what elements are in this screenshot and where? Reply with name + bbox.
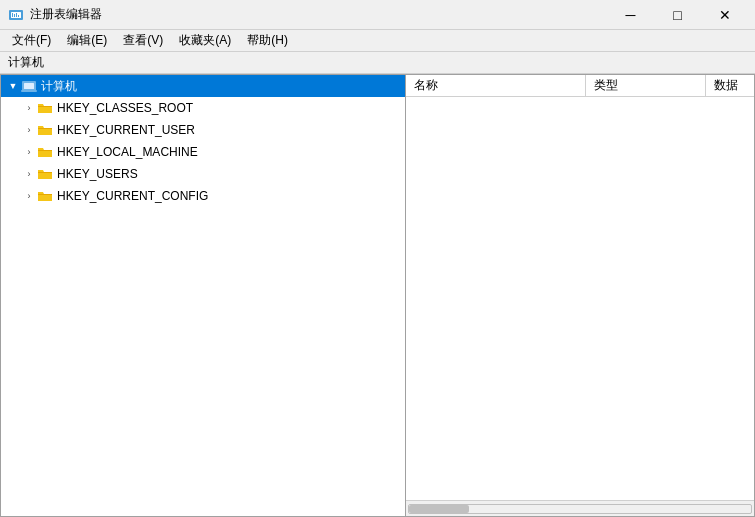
right-panel: 名称 类型 数据 — [406, 75, 754, 516]
minimize-button[interactable]: ─ — [608, 0, 653, 30]
col-header-type: 类型 — [586, 75, 706, 96]
scrollbar-thumb[interactable] — [409, 505, 469, 513]
tree-label-classes-root: HKEY_CLASSES_ROOT — [57, 101, 193, 115]
folder-local-machine-icon — [37, 145, 53, 159]
menu-help[interactable]: 帮助(H) — [239, 30, 296, 51]
folder-current-user-icon — [37, 123, 53, 137]
title-bar-left: 注册表编辑器 — [8, 6, 102, 23]
right-panel-header: 名称 类型 数据 — [406, 75, 754, 97]
main-content: ▼ 计算机 › HKEY_CLASSES_ROOT — [0, 74, 755, 517]
svg-rect-11 — [38, 151, 52, 157]
menu-edit[interactable]: 编辑(E) — [59, 30, 115, 51]
close-button[interactable]: ✕ — [702, 0, 747, 30]
folder-classes-root-icon — [37, 101, 53, 115]
expand-computer-icon: ▼ — [5, 78, 21, 94]
menu-file[interactable]: 文件(F) — [4, 30, 59, 51]
tree-root-computer[interactable]: ▼ 计算机 — [1, 75, 405, 97]
menu-view[interactable]: 查看(V) — [115, 30, 171, 51]
svg-rect-2 — [12, 13, 13, 17]
expand-users-icon: › — [21, 166, 37, 182]
tree-label-local-machine: HKEY_LOCAL_MACHINE — [57, 145, 198, 159]
svg-rect-8 — [21, 90, 37, 92]
tree-label-users: HKEY_USERS — [57, 167, 138, 181]
tree-root-label: 计算机 — [41, 78, 77, 95]
right-scrollbar[interactable] — [406, 500, 754, 516]
svg-rect-10 — [38, 129, 52, 135]
title-bar-controls: ─ □ ✕ — [608, 0, 747, 30]
expand-local-machine-icon: › — [21, 144, 37, 160]
tree-item-current-config[interactable]: › HKEY_CURRENT_CONFIG — [1, 185, 405, 207]
svg-rect-9 — [38, 107, 52, 113]
regedit-icon — [8, 7, 24, 23]
tree-panel[interactable]: ▼ 计算机 › HKEY_CLASSES_ROOT — [1, 75, 406, 516]
tree-item-current-user[interactable]: › HKEY_CURRENT_USER — [1, 119, 405, 141]
svg-rect-7 — [24, 83, 34, 89]
expand-current-user-icon: › — [21, 122, 37, 138]
svg-rect-13 — [38, 195, 52, 201]
expand-current-config-icon: › — [21, 188, 37, 204]
svg-rect-4 — [16, 13, 17, 17]
menu-bar: 文件(F) 编辑(E) 查看(V) 收藏夹(A) 帮助(H) — [0, 30, 755, 52]
col-header-name: 名称 — [406, 75, 586, 96]
tree-item-users[interactable]: › HKEY_USERS — [1, 163, 405, 185]
breadcrumb: 计算机 — [0, 52, 755, 74]
window-title: 注册表编辑器 — [30, 6, 102, 23]
svg-rect-5 — [18, 15, 19, 17]
folder-users-icon — [37, 167, 53, 181]
right-panel-body — [406, 97, 754, 500]
maximize-button[interactable]: □ — [655, 0, 700, 30]
tree-label-current-user: HKEY_CURRENT_USER — [57, 123, 195, 137]
tree-item-classes-root[interactable]: › HKEY_CLASSES_ROOT — [1, 97, 405, 119]
tree-label-current-config: HKEY_CURRENT_CONFIG — [57, 189, 208, 203]
tree-item-local-machine[interactable]: › HKEY_LOCAL_MACHINE — [1, 141, 405, 163]
computer-folder-icon — [21, 79, 37, 93]
expand-classes-root-icon: › — [21, 100, 37, 116]
col-header-data: 数据 — [706, 75, 754, 96]
svg-rect-3 — [14, 14, 15, 17]
breadcrumb-text: 计算机 — [8, 54, 44, 71]
scrollbar-track[interactable] — [408, 504, 752, 514]
svg-rect-12 — [38, 173, 52, 179]
title-bar: 注册表编辑器 ─ □ ✕ — [0, 0, 755, 30]
menu-favorites[interactable]: 收藏夹(A) — [171, 30, 239, 51]
folder-current-config-icon — [37, 189, 53, 203]
